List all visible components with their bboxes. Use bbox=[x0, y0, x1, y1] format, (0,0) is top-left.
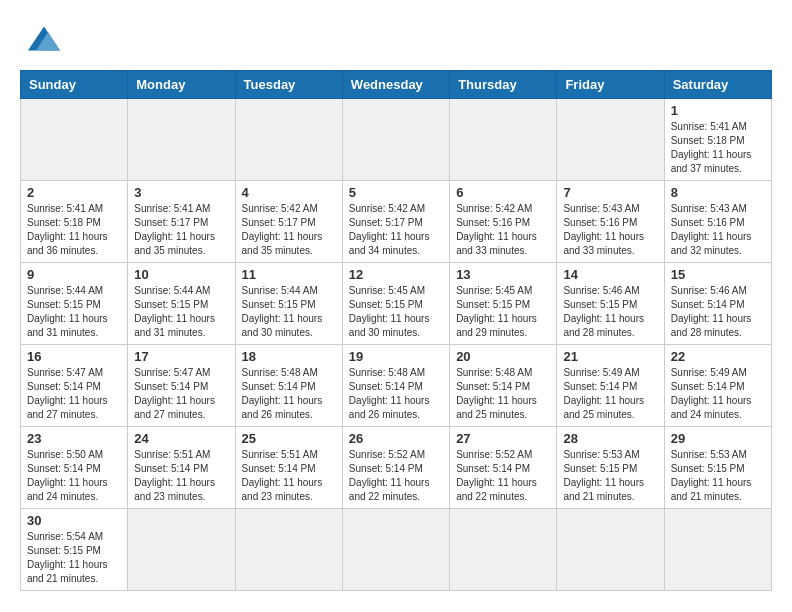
calendar-cell bbox=[664, 509, 771, 591]
calendar-cell: 28Sunrise: 5:53 AM Sunset: 5:15 PM Dayli… bbox=[557, 427, 664, 509]
day-info: Sunrise: 5:46 AM Sunset: 5:14 PM Dayligh… bbox=[671, 284, 765, 340]
day-info: Sunrise: 5:48 AM Sunset: 5:14 PM Dayligh… bbox=[242, 366, 336, 422]
calendar-cell bbox=[128, 99, 235, 181]
day-header-sunday: Sunday bbox=[21, 71, 128, 99]
day-info: Sunrise: 5:48 AM Sunset: 5:14 PM Dayligh… bbox=[456, 366, 550, 422]
day-header-tuesday: Tuesday bbox=[235, 71, 342, 99]
day-number: 22 bbox=[671, 349, 765, 364]
day-number: 23 bbox=[27, 431, 121, 446]
day-number: 25 bbox=[242, 431, 336, 446]
calendar-cell: 24Sunrise: 5:51 AM Sunset: 5:14 PM Dayli… bbox=[128, 427, 235, 509]
day-info: Sunrise: 5:43 AM Sunset: 5:16 PM Dayligh… bbox=[671, 202, 765, 258]
day-number: 8 bbox=[671, 185, 765, 200]
day-info: Sunrise: 5:44 AM Sunset: 5:15 PM Dayligh… bbox=[134, 284, 228, 340]
calendar-cell: 20Sunrise: 5:48 AM Sunset: 5:14 PM Dayli… bbox=[450, 345, 557, 427]
day-header-friday: Friday bbox=[557, 71, 664, 99]
calendar-cell: 8Sunrise: 5:43 AM Sunset: 5:16 PM Daylig… bbox=[664, 181, 771, 263]
week-row-6: 30Sunrise: 5:54 AM Sunset: 5:15 PM Dayli… bbox=[21, 509, 772, 591]
day-number: 1 bbox=[671, 103, 765, 118]
calendar-cell: 23Sunrise: 5:50 AM Sunset: 5:14 PM Dayli… bbox=[21, 427, 128, 509]
day-info: Sunrise: 5:42 AM Sunset: 5:17 PM Dayligh… bbox=[242, 202, 336, 258]
calendar-cell: 26Sunrise: 5:52 AM Sunset: 5:14 PM Dayli… bbox=[342, 427, 449, 509]
calendar-cell: 21Sunrise: 5:49 AM Sunset: 5:14 PM Dayli… bbox=[557, 345, 664, 427]
day-number: 21 bbox=[563, 349, 657, 364]
page-header bbox=[20, 20, 772, 60]
calendar-cell bbox=[450, 509, 557, 591]
day-info: Sunrise: 5:42 AM Sunset: 5:17 PM Dayligh… bbox=[349, 202, 443, 258]
day-header-saturday: Saturday bbox=[664, 71, 771, 99]
day-info: Sunrise: 5:42 AM Sunset: 5:16 PM Dayligh… bbox=[456, 202, 550, 258]
day-number: 3 bbox=[134, 185, 228, 200]
calendar-header-row: SundayMondayTuesdayWednesdayThursdayFrid… bbox=[21, 71, 772, 99]
calendar-cell bbox=[342, 509, 449, 591]
calendar-cell: 12Sunrise: 5:45 AM Sunset: 5:15 PM Dayli… bbox=[342, 263, 449, 345]
day-info: Sunrise: 5:41 AM Sunset: 5:18 PM Dayligh… bbox=[671, 120, 765, 176]
day-number: 27 bbox=[456, 431, 550, 446]
day-info: Sunrise: 5:41 AM Sunset: 5:17 PM Dayligh… bbox=[134, 202, 228, 258]
day-info: Sunrise: 5:46 AM Sunset: 5:15 PM Dayligh… bbox=[563, 284, 657, 340]
calendar-cell: 6Sunrise: 5:42 AM Sunset: 5:16 PM Daylig… bbox=[450, 181, 557, 263]
day-info: Sunrise: 5:52 AM Sunset: 5:14 PM Dayligh… bbox=[456, 448, 550, 504]
calendar-cell bbox=[128, 509, 235, 591]
calendar-cell: 29Sunrise: 5:53 AM Sunset: 5:15 PM Dayli… bbox=[664, 427, 771, 509]
calendar-cell: 27Sunrise: 5:52 AM Sunset: 5:14 PM Dayli… bbox=[450, 427, 557, 509]
day-number: 7 bbox=[563, 185, 657, 200]
day-info: Sunrise: 5:53 AM Sunset: 5:15 PM Dayligh… bbox=[671, 448, 765, 504]
calendar-cell: 10Sunrise: 5:44 AM Sunset: 5:15 PM Dayli… bbox=[128, 263, 235, 345]
day-info: Sunrise: 5:50 AM Sunset: 5:14 PM Dayligh… bbox=[27, 448, 121, 504]
week-row-4: 16Sunrise: 5:47 AM Sunset: 5:14 PM Dayli… bbox=[21, 345, 772, 427]
day-info: Sunrise: 5:49 AM Sunset: 5:14 PM Dayligh… bbox=[563, 366, 657, 422]
calendar-cell: 3Sunrise: 5:41 AM Sunset: 5:17 PM Daylig… bbox=[128, 181, 235, 263]
day-info: Sunrise: 5:47 AM Sunset: 5:14 PM Dayligh… bbox=[134, 366, 228, 422]
day-info: Sunrise: 5:47 AM Sunset: 5:14 PM Dayligh… bbox=[27, 366, 121, 422]
day-info: Sunrise: 5:44 AM Sunset: 5:15 PM Dayligh… bbox=[242, 284, 336, 340]
day-number: 12 bbox=[349, 267, 443, 282]
day-number: 24 bbox=[134, 431, 228, 446]
day-number: 13 bbox=[456, 267, 550, 282]
day-number: 10 bbox=[134, 267, 228, 282]
calendar-cell: 15Sunrise: 5:46 AM Sunset: 5:14 PM Dayli… bbox=[664, 263, 771, 345]
day-info: Sunrise: 5:53 AM Sunset: 5:15 PM Dayligh… bbox=[563, 448, 657, 504]
day-info: Sunrise: 5:52 AM Sunset: 5:14 PM Dayligh… bbox=[349, 448, 443, 504]
calendar-cell bbox=[21, 99, 128, 181]
day-info: Sunrise: 5:54 AM Sunset: 5:15 PM Dayligh… bbox=[27, 530, 121, 586]
day-number: 5 bbox=[349, 185, 443, 200]
calendar-cell bbox=[235, 509, 342, 591]
day-number: 9 bbox=[27, 267, 121, 282]
calendar-cell: 1Sunrise: 5:41 AM Sunset: 5:18 PM Daylig… bbox=[664, 99, 771, 181]
day-number: 16 bbox=[27, 349, 121, 364]
day-info: Sunrise: 5:49 AM Sunset: 5:14 PM Dayligh… bbox=[671, 366, 765, 422]
calendar-cell bbox=[235, 99, 342, 181]
day-number: 15 bbox=[671, 267, 765, 282]
day-info: Sunrise: 5:44 AM Sunset: 5:15 PM Dayligh… bbox=[27, 284, 121, 340]
calendar-cell bbox=[450, 99, 557, 181]
day-info: Sunrise: 5:51 AM Sunset: 5:14 PM Dayligh… bbox=[242, 448, 336, 504]
calendar-cell: 25Sunrise: 5:51 AM Sunset: 5:14 PM Dayli… bbox=[235, 427, 342, 509]
calendar-cell: 22Sunrise: 5:49 AM Sunset: 5:14 PM Dayli… bbox=[664, 345, 771, 427]
calendar-table: SundayMondayTuesdayWednesdayThursdayFrid… bbox=[20, 70, 772, 591]
day-number: 6 bbox=[456, 185, 550, 200]
calendar-cell: 14Sunrise: 5:46 AM Sunset: 5:15 PM Dayli… bbox=[557, 263, 664, 345]
day-number: 14 bbox=[563, 267, 657, 282]
calendar-cell bbox=[557, 509, 664, 591]
logo bbox=[20, 20, 64, 60]
day-number: 2 bbox=[27, 185, 121, 200]
calendar-cell: 2Sunrise: 5:41 AM Sunset: 5:18 PM Daylig… bbox=[21, 181, 128, 263]
day-info: Sunrise: 5:51 AM Sunset: 5:14 PM Dayligh… bbox=[134, 448, 228, 504]
day-number: 28 bbox=[563, 431, 657, 446]
calendar-cell: 4Sunrise: 5:42 AM Sunset: 5:17 PM Daylig… bbox=[235, 181, 342, 263]
calendar-cell bbox=[342, 99, 449, 181]
day-number: 19 bbox=[349, 349, 443, 364]
calendar-cell: 7Sunrise: 5:43 AM Sunset: 5:16 PM Daylig… bbox=[557, 181, 664, 263]
day-info: Sunrise: 5:41 AM Sunset: 5:18 PM Dayligh… bbox=[27, 202, 121, 258]
day-header-monday: Monday bbox=[128, 71, 235, 99]
day-number: 29 bbox=[671, 431, 765, 446]
day-number: 30 bbox=[27, 513, 121, 528]
week-row-3: 9Sunrise: 5:44 AM Sunset: 5:15 PM Daylig… bbox=[21, 263, 772, 345]
calendar-cell: 9Sunrise: 5:44 AM Sunset: 5:15 PM Daylig… bbox=[21, 263, 128, 345]
day-number: 18 bbox=[242, 349, 336, 364]
day-header-thursday: Thursday bbox=[450, 71, 557, 99]
day-info: Sunrise: 5:45 AM Sunset: 5:15 PM Dayligh… bbox=[349, 284, 443, 340]
calendar-cell: 19Sunrise: 5:48 AM Sunset: 5:14 PM Dayli… bbox=[342, 345, 449, 427]
week-row-1: 1Sunrise: 5:41 AM Sunset: 5:18 PM Daylig… bbox=[21, 99, 772, 181]
